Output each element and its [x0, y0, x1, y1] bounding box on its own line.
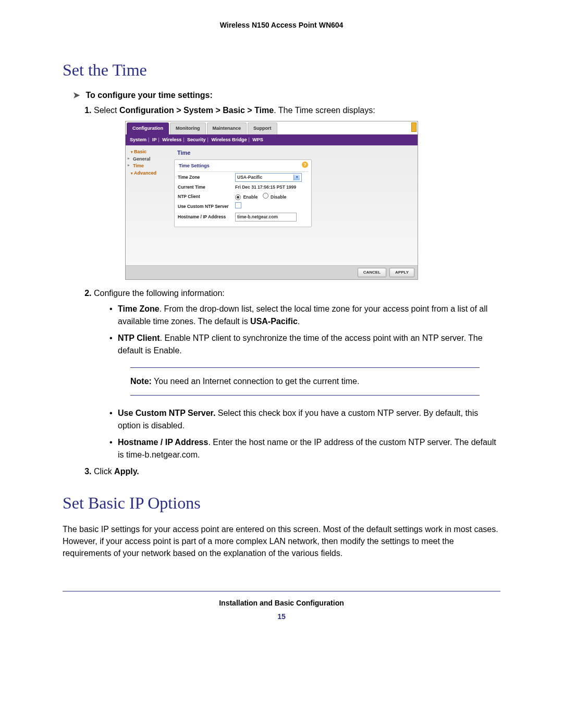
app-body: Basic General Time Advanced Time Time Se… [126, 145, 418, 265]
apply-button[interactable]: APPLY [389, 268, 414, 277]
bullet-ntp-client-lead: NTP Client [118, 334, 160, 342]
tab-maintenance[interactable]: Maintenance [207, 122, 247, 134]
task-lead-text: To configure your time settings: [85, 91, 212, 100]
note-text: You need an Internet connection to get t… [152, 377, 360, 386]
panel-title: Time [174, 147, 413, 159]
footer-divider [63, 591, 500, 591]
heading-set-basic-ip: Set Basic IP Options [63, 493, 500, 513]
running-footer: Installation and Basic Configuration [63, 599, 500, 607]
app-tab-bar: Configuration Monitoring Maintenance Sup… [126, 121, 418, 134]
page-number: 15 [63, 612, 500, 621]
bullet-custom-ntp-lead: Use Custom NTP Server. [118, 409, 215, 417]
bullet-time-zone: Time Zone. From the drop-down list, sele… [109, 303, 500, 328]
app-footer: CANCEL APPLY [126, 265, 418, 279]
task-lead: ➤ To configure your time settings: [73, 90, 500, 100]
sidebar-item-basic[interactable]: Basic [128, 149, 172, 156]
bullet-time-zone-default: USA-Pacific [250, 317, 298, 326]
time-settings-panel: Time Settings ? Time Zone USA-Pacific ▾ [174, 159, 312, 227]
app-subnav: System| IP| Wireless| Security| Wireless… [126, 134, 418, 146]
corner-accent-icon [411, 122, 417, 132]
row-time-zone: Time Zone USA-Pacific ▾ [178, 172, 308, 183]
app-sidebar: Basic General Time Advanced [126, 145, 174, 265]
label-ntp-client: NTP Client [178, 193, 235, 200]
chevron-right-icon: ➤ [73, 90, 80, 100]
checkbox-custom-ntp[interactable] [235, 202, 241, 208]
bullet-custom-ntp: Use Custom NTP Server. Select this check… [109, 407, 500, 432]
label-custom-ntp: Use Custom NTP Server [178, 203, 235, 210]
radio-ntp-disable-label: Disable [271, 194, 286, 200]
panel-subtitle-text: Time Settings [179, 163, 210, 168]
tab-support[interactable]: Support [248, 122, 277, 134]
step-1-body: Select Configuration > System > Basic > … [94, 106, 375, 115]
step-1-suffix: . The Time screen displays: [274, 106, 375, 115]
note-block: Note: You need an Internet connection to… [130, 367, 480, 396]
subnav-wireless[interactable]: Wireless [162, 137, 181, 142]
step-1-prefix: Select [94, 106, 119, 115]
radio-ntp-enable[interactable] [235, 194, 241, 200]
step-2: Configure the following information: Tim… [94, 287, 500, 461]
sidebar-item-general[interactable]: General [128, 156, 172, 163]
input-hostname[interactable]: time-b.netgear.com [235, 213, 297, 221]
subnav-wireless-bridge[interactable]: Wireless Bridge [211, 137, 247, 142]
label-time-zone: Time Zone [178, 174, 235, 181]
value-ntp-client: Enable Disable [235, 193, 308, 201]
step-1-path: Configuration > System > Basic > Time [119, 106, 274, 115]
panel-subtitle: Time Settings ? [178, 162, 308, 172]
step-3-prefix: Click [94, 467, 114, 476]
steps-list: Select Configuration > System > Basic > … [83, 104, 500, 478]
radio-ntp-disable[interactable] [263, 193, 268, 199]
step-2-body: Configure the following information: [94, 289, 225, 298]
step-3-body: Click Apply. [94, 467, 139, 476]
embedded-screenshot: Configuration Monitoring Maintenance Sup… [125, 121, 418, 280]
sidebar-item-advanced[interactable]: Advanced [128, 170, 172, 177]
row-current-time: Current Time Fri Dec 31 17:56:15 PST 199… [178, 183, 308, 192]
bullet-time-zone-lead: Time Zone [118, 304, 160, 313]
bullet-hostname: Hostname / IP Address. Enter the host na… [109, 436, 500, 461]
tab-monitoring[interactable]: Monitoring [170, 122, 206, 134]
subnav-security[interactable]: Security [187, 137, 206, 142]
bullet-time-zone-body: . From the drop-down list, select the lo… [118, 304, 487, 326]
cancel-button[interactable]: CANCEL [358, 268, 386, 277]
select-time-zone[interactable]: USA-Pacific ▾ [235, 173, 302, 182]
step-3-action: Apply. [114, 467, 139, 476]
step-3: Click Apply. [94, 465, 500, 478]
row-ntp-client: NTP Client Enable Disable [178, 192, 308, 202]
select-time-zone-value: USA-Pacific [237, 174, 262, 181]
note-label: Note: [130, 377, 152, 386]
value-current-time: Fri Dec 31 17:56:15 PST 1999 [235, 184, 308, 191]
tab-configuration[interactable]: Configuration [127, 122, 169, 134]
bullet-time-zone-period: . [298, 317, 300, 326]
bullet-hostname-lead: Hostname / IP Address [118, 438, 208, 447]
step-2-bullets: Time Zone. From the drop-down list, sele… [94, 303, 500, 357]
subnav-system[interactable]: System [130, 137, 146, 142]
help-icon[interactable]: ? [302, 162, 308, 168]
row-custom-ntp: Use Custom NTP Server [178, 201, 308, 212]
bullet-ntp-client: NTP Client. Enable NTP client to synchro… [109, 332, 500, 357]
step-2-bullets-cont: Use Custom NTP Server. Select this check… [94, 407, 500, 461]
heading-set-the-time: Set the Time [63, 60, 500, 80]
ip-options-paragraph: The basic IP settings for your access po… [63, 523, 500, 560]
label-hostname: Hostname / IP Address [178, 214, 235, 220]
sidebar-item-time[interactable]: Time [128, 163, 172, 170]
subnav-wps[interactable]: WPS [252, 137, 263, 142]
bullet-ntp-client-body: . Enable NTP client to synchronize the t… [118, 334, 483, 355]
row-hostname: Hostname / IP Address time-b.netgear.com [178, 212, 308, 223]
step-1: Select Configuration > System > Basic > … [94, 104, 500, 280]
page: Wireless N150 Access Point WN604 Set the… [0, 0, 563, 728]
radio-ntp-enable-label: Enable [243, 194, 258, 200]
running-header: Wireless N150 Access Point WN604 [63, 21, 500, 29]
app-main: Time Time Settings ? Time Zone USA-Pac [174, 145, 418, 265]
chevron-down-icon: ▾ [293, 175, 300, 180]
label-current-time: Current Time [178, 184, 235, 191]
